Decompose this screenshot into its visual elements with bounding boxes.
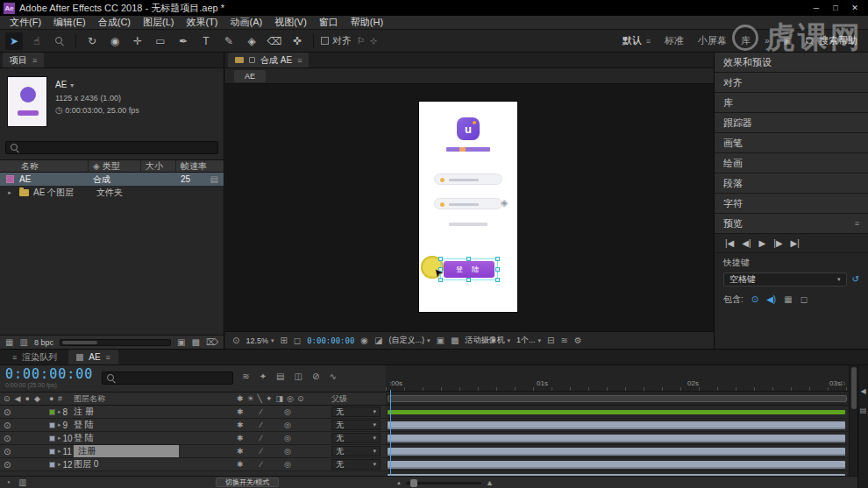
minimize-button[interactable]: ─ <box>807 2 826 15</box>
timeline-vertical-scrollbar[interactable] <box>849 365 857 476</box>
layer-name-column[interactable]: 图层名称 <box>74 393 237 405</box>
column-framerate[interactable]: 帧速率 <box>175 160 224 173</box>
project-scrollbar-thumb[interactable] <box>62 341 97 344</box>
panel-align[interactable]: 对齐 <box>715 73 868 93</box>
menu-animation[interactable]: 动画(A) <box>224 16 269 29</box>
maximize-button[interactable]: □ <box>826 2 845 15</box>
label-color-chip[interactable] <box>49 435 55 442</box>
panel-menu-icon[interactable]: ≡ <box>32 56 37 65</box>
workspace-tab-libraries[interactable]: 库 <box>741 34 751 47</box>
rotation-tool-icon[interactable]: ↻ <box>83 32 101 50</box>
panel-menu-icon[interactable]: ≡ <box>297 56 302 65</box>
frame-blend-icon[interactable]: ◫ <box>295 372 302 381</box>
mask-toggle-icon[interactable]: ◻ <box>294 336 301 345</box>
work-area-bar[interactable] <box>388 395 847 402</box>
project-row-comp[interactable]: AE 合成 25 ▤ <box>0 173 224 186</box>
lock-column-icon[interactable]: ◆ <box>34 394 40 403</box>
snap-options2-icon[interactable]: ⊹ <box>370 37 377 46</box>
layer-row-selected[interactable]: ⊙ ▸11 注册 ✱∕◎ 无▾ <box>0 445 386 458</box>
motionblur-switch-icon[interactable]: ◎ <box>284 421 308 429</box>
include-video-icon[interactable]: ⊙ <box>751 295 758 304</box>
layer-track[interactable] <box>386 406 849 419</box>
clone-stamp-tool-icon[interactable]: ◈ <box>243 32 260 50</box>
layer-bar-green[interactable] <box>388 410 845 414</box>
zoom-slider[interactable] <box>406 482 481 484</box>
video-column-icon[interactable]: ⊙ <box>4 394 11 403</box>
clock-icon[interactable]: ◔ <box>5 478 11 487</box>
delete-icon[interactable]: ⌦ <box>206 338 218 347</box>
label-color-chip[interactable] <box>49 449 55 455</box>
snapshot-icon[interactable]: ◉ <box>360 336 368 345</box>
layer-bar[interactable] <box>388 421 845 429</box>
quality-switch-icon[interactable]: ∕ <box>260 407 284 416</box>
parent-dropdown[interactable]: 无▾ <box>331 407 381 417</box>
expand-icon[interactable]: ▸ <box>58 448 61 455</box>
hand-tool-icon[interactable]: ☝ <box>28 32 46 50</box>
tab-render-queue[interactable]: ≡渲染队列 <box>4 350 65 364</box>
eye-icon[interactable]: ⊙ <box>4 447 16 456</box>
parent-dropdown[interactable]: 无▾ <box>331 446 381 456</box>
panel-libraries[interactable]: 库 <box>715 93 868 113</box>
comp-flowchart-icon[interactable]: ≋ <box>242 372 249 381</box>
shortcut-dropdown[interactable]: 空格键▾ <box>723 272 847 286</box>
expand-icon[interactable]: ▸ <box>58 435 61 442</box>
menu-effect[interactable]: 效果(T) <box>180 16 224 29</box>
hide-shy-icon[interactable]: ▤ <box>276 372 284 381</box>
layer-name[interactable]: 注 册 <box>74 406 237 418</box>
parent-column[interactable]: 父级 <box>331 393 386 405</box>
motionblur-switch-icon[interactable]: ◎ <box>284 460 308 469</box>
layer-row[interactable]: ⊙ ▸12 图层 0 ✱∕◎ 无▾ <box>0 458 386 471</box>
last-frame-button[interactable]: ▶| <box>791 238 800 248</box>
layer-track[interactable] <box>386 419 849 432</box>
motionblur-switch-icon[interactable]: ◎ <box>284 434 308 442</box>
quality-switch-icon[interactable]: ∕ <box>260 460 284 469</box>
play-button[interactable]: ▶ <box>759 238 766 248</box>
grid-guides-icon[interactable]: ⊞ <box>280 336 287 345</box>
label-color-chip[interactable] <box>49 409 55 415</box>
column-type[interactable]: ◈类型 <box>88 160 140 173</box>
prev-frame-button[interactable]: ◀| <box>742 238 751 248</box>
layer-row[interactable]: ⊙ ▸10 登 陆 ✱∕◎ 无▾ <box>0 432 386 445</box>
workspace-tab-small-screen[interactable]: 小屏幕 <box>698 34 727 47</box>
comp-marker-icon[interactable]: ⚐ <box>840 380 846 388</box>
comp-crumb-tab[interactable]: AE <box>234 70 266 82</box>
collapse-switch-icon[interactable]: ✱ <box>237 407 260 416</box>
motionblur-switch-icon[interactable]: ◎ <box>284 407 308 416</box>
zoom-in-mountain-icon[interactable]: ▲ <box>486 478 494 487</box>
zoom-tool-icon[interactable] <box>51 32 68 50</box>
layer-bar[interactable] <box>388 448 845 456</box>
always-preview-icon[interactable]: ⊙ <box>232 336 239 345</box>
camera-tool-icon[interactable]: ◉ <box>106 32 124 50</box>
selection-tool-icon[interactable]: ➤ <box>5 32 23 50</box>
search-help-label[interactable]: 搜索帮助 <box>819 34 857 47</box>
panel-menu-icon[interactable]: ≡ <box>106 353 110 362</box>
column-name[interactable]: 名称 <box>0 160 88 173</box>
panel-paint[interactable]: 绘画 <box>715 153 868 173</box>
expand-icon[interactable]: ▸ <box>58 461 61 468</box>
workspace-overflow-icon[interactable]: » <box>765 37 770 46</box>
audio-column-icon[interactable]: ◀ <box>15 394 21 403</box>
layer-row[interactable]: ⊙ ▸8 注 册 ✱∕◎ 无▾ <box>0 406 386 419</box>
project-row-folder[interactable]: ▸ AE 个图层 文件夹 <box>0 186 224 199</box>
current-timecode[interactable]: 0:00:00:00 <box>5 367 93 382</box>
panel-list-icon[interactable]: ▤ <box>860 407 867 414</box>
quality-switch-icon[interactable]: ∕ <box>260 421 284 429</box>
motionblur-switch-icon[interactable]: ◎ <box>284 447 308 456</box>
proxy-icon[interactable]: ▥ <box>19 338 27 347</box>
eye-icon[interactable]: ⊙ <box>4 434 16 443</box>
timeline-track-area[interactable]: :00s 01s 02s 03s ⚐ <box>386 365 849 476</box>
workspace-tab-default[interactable]: 默认≡ <box>623 34 651 47</box>
menu-window[interactable]: 窗口 <box>313 16 345 29</box>
eraser-tool-icon[interactable]: ⌫ <box>266 32 283 50</box>
login-button-layer[interactable]: 登 陆 <box>444 261 494 278</box>
menu-composition[interactable]: 合成(C) <box>92 16 137 29</box>
label-color-chip[interactable] <box>49 462 55 468</box>
panel-effects-presets[interactable]: 效果和预设 <box>715 53 868 73</box>
panel-brushes[interactable]: 画笔 <box>715 133 868 153</box>
expand-icon[interactable]: ▸ <box>58 421 61 428</box>
viewer-current-time[interactable]: 0:00:00:00 <box>307 336 354 345</box>
layer-track[interactable] <box>386 432 849 445</box>
new-folder-icon[interactable]: ▣ <box>177 338 185 347</box>
motion-blur-icon[interactable]: ⊘ <box>312 372 319 381</box>
menu-help[interactable]: 帮助(H) <box>345 16 389 29</box>
